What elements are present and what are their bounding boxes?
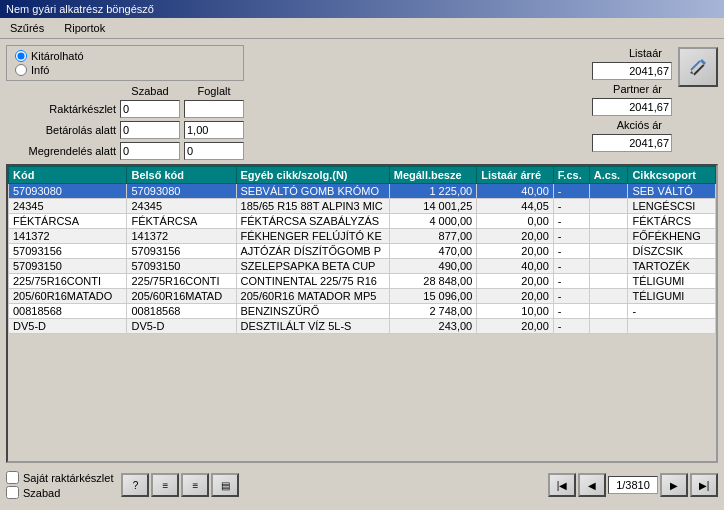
edit-icon [687,56,709,78]
nav-last-btn[interactable]: ▶| [690,473,718,497]
table-row[interactable]: 205/60R16MATADO205/60R16MATAD205/60R16 M… [9,289,716,304]
col-fcs[interactable]: F.cs. [553,167,589,184]
table-row[interactable]: 5709315057093150SZELEPSAPKA BETA CUP490,… [9,259,716,274]
partner-input[interactable] [592,98,672,116]
table-cell: DV5-D [9,319,127,334]
table-cell: 490,00 [389,259,477,274]
checkbox-sajat[interactable]: Saját raktárkészlet [6,471,113,484]
table-cell: TÉLIGUMI [628,274,716,289]
table-cell: SEB VÁLTÓ [628,184,716,199]
betarolas-occupied-input[interactable] [184,121,244,139]
page-info: 1/3810 [608,476,658,494]
table-row[interactable]: 141372141372FÉKHENGER FELÚJÍTÓ KE877,002… [9,229,716,244]
table-cell: DESZTILÁLT VÍZ 5L-S [236,319,389,334]
table-cell: 24345 [9,199,127,214]
listaar-input[interactable] [592,62,672,80]
table-cell: DV5-D [127,319,236,334]
table-cell: 185/65 R15 88T ALPIN3 MIC [236,199,389,214]
col-kod[interactable]: Kód [9,167,127,184]
table-cell: 4 000,00 [389,214,477,229]
table-row[interactable]: DV5-DDV5-DDESZTILÁLT VÍZ 5L-S243,0020,00… [9,319,716,334]
col-belso[interactable]: Belső kód [127,167,236,184]
table-cell: 470,00 [389,244,477,259]
megrendeles-free-input[interactable] [120,142,180,160]
table-cell [589,244,628,259]
edit-button[interactable] [678,47,718,87]
col-cikkcsoport[interactable]: Cikkcsoport [628,167,716,184]
table-cell: - [553,319,589,334]
akcios-input[interactable] [592,134,672,152]
form-label-raktarkeszlet: Raktárkészlet [6,103,116,115]
listaar-row: Listaár [592,47,672,59]
table-wrapper[interactable]: Kód Belső kód Egyéb cikk/szolg.(N) Megál… [6,164,718,463]
nav-first-btn[interactable]: |◀ [548,473,576,497]
table-cell: FÉKHENGER FELÚJÍTÓ KE [236,229,389,244]
form-label-betarolas: Betárolás alatt [6,124,116,136]
tool-btn-2[interactable]: ≡ [151,473,179,497]
table-cell: 0,00 [477,214,554,229]
table-cell: 20,00 [477,229,554,244]
partner-label: Partner ár [592,83,662,95]
radio-kitarolhato[interactable]: Kitárolható [15,50,235,62]
tool-btn-1[interactable]: ? [121,473,149,497]
form-row-raktarkeszlet: Raktárkészlet [6,100,244,118]
table-row[interactable]: 225/75R16CONTI225/75R16CONTICONTINENTAL … [9,274,716,289]
table-cell: 205/60R16 MATADOR MP5 [236,289,389,304]
menu-riportok[interactable]: Riportok [58,20,111,36]
col-egyeb[interactable]: Egyéb cikk/szolg.(N) [236,167,389,184]
table-row[interactable]: 0081856800818568BENZINSZŰRŐ2 748,0010,00… [9,304,716,319]
table-cell: 20,00 [477,244,554,259]
table-row[interactable]: FÉKTÁRCSAFÉKTÁRCSAFÉKTÁRCSA SZABÁLYZÁS4 … [9,214,716,229]
menu-bar: Szűrés Riportok [0,18,724,39]
table-cell: 57093080 [127,184,236,199]
table-row[interactable]: 5709315657093156AJTÓZÁR DÍSZÍTŐGOMB P470… [9,244,716,259]
table-cell: 10,00 [477,304,554,319]
form-row-betarolas: Betárolás alatt [6,121,244,139]
table-cell: 243,00 [389,319,477,334]
tool-btn-4[interactable]: ▤ [211,473,239,497]
table-row[interactable]: 2434524345185/65 R15 88T ALPIN3 MIC14 00… [9,199,716,214]
table-cell: 14 001,25 [389,199,477,214]
radio-info[interactable]: Infó [15,64,235,76]
form-row-megrendeles: Megrendelés alatt [6,142,244,160]
occupied-header: Foglalt [184,85,244,97]
tool-btn-3[interactable]: ≡ [181,473,209,497]
col-listaar[interactable]: Listaár árré [477,167,554,184]
table-cell: FÉKTÁRCS [628,214,716,229]
table-cell: 877,00 [389,229,477,244]
raktarkeszlet-occupied-input[interactable] [184,100,244,118]
akcios-label: Akciós ár [592,119,662,131]
title-text: Nem gyári alkatrész böngésző [6,3,154,15]
table-cell: BENZINSZŰRŐ [236,304,389,319]
table-cell: FÉKTÁRCSA [127,214,236,229]
raktarkeszlet-free-input[interactable] [120,100,180,118]
bottom-section: Saját raktárkészlet Szabad ? ≡ ≡ ▤ |◀ ◀ … [6,467,718,499]
checkbox-szabad[interactable]: Szabad [6,486,113,499]
table-cell: 20,00 [477,319,554,334]
table-cell: 20,00 [477,289,554,304]
col-megall[interactable]: Megáll.besze [389,167,477,184]
nav-prev-btn[interactable]: ◀ [578,473,606,497]
form-section: Szabad Foglalt Raktárkészlet Betárolás a… [6,85,244,160]
free-header: Szabad [120,85,180,97]
table-section: Kód Belső kód Egyéb cikk/szolg.(N) Megál… [6,164,718,463]
table-row[interactable]: 5709308057093080SEBVÁLTÓ GOMB KRÓMO1 225… [9,184,716,199]
table-cell: - [553,229,589,244]
menu-szures[interactable]: Szűrés [4,20,50,36]
nav-next-btn[interactable]: ▶ [660,473,688,497]
table-cell [589,214,628,229]
table-cell: 57093150 [9,259,127,274]
col-acs[interactable]: A.cs. [589,167,628,184]
table-cell [589,259,628,274]
form-label-megrendeles: Megrendelés alatt [6,145,116,157]
table-cell: 225/75R16CONTI [127,274,236,289]
price-section: Listaár Partner ár Akciós ár [592,47,672,152]
table-cell: 205/60R16MATADO [9,289,127,304]
table-cell [589,274,628,289]
betarolas-free-input[interactable] [120,121,180,139]
table-cell: 57093156 [127,244,236,259]
megrendeles-occupied-input[interactable] [184,142,244,160]
table-cell: - [553,214,589,229]
table-cell: CONTINENTAL 225/75 R16 [236,274,389,289]
table-cell: 1 225,00 [389,184,477,199]
